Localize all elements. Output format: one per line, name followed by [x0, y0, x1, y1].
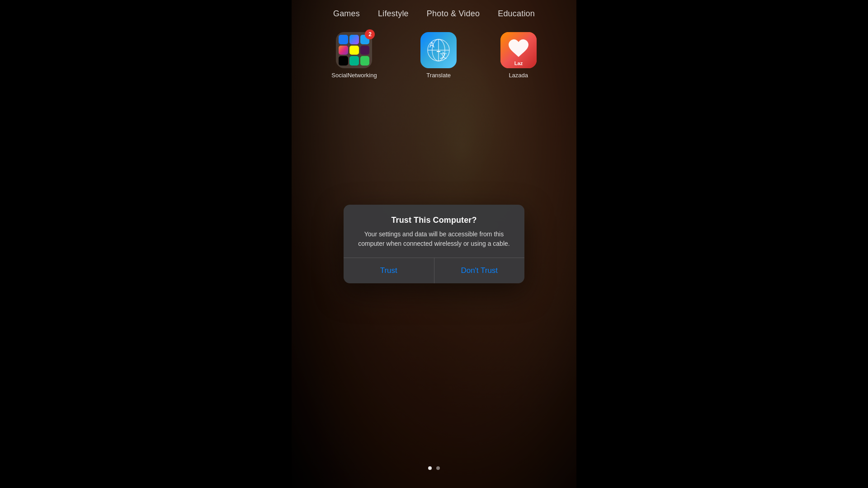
left-black-area [0, 0, 292, 488]
phone-screen: Games Lifestyle Photo & Video Education … [292, 0, 576, 488]
dialog-message: Your settings and data will be accessibl… [354, 230, 514, 249]
dialog-buttons: Trust Don't Trust [344, 258, 524, 283]
dialog-overlay: Trust This Computer? Your settings and d… [292, 0, 576, 488]
trust-button[interactable]: Trust [344, 258, 434, 283]
dont-trust-button[interactable]: Don't Trust [434, 258, 525, 283]
dialog-title: Trust This Computer? [354, 216, 514, 225]
phone-content: Games Lifestyle Photo & Video Education … [292, 0, 576, 488]
trust-dialog: Trust This Computer? Your settings and d… [344, 205, 524, 283]
right-black-area [576, 0, 868, 488]
dialog-content: Trust This Computer? Your settings and d… [344, 205, 524, 258]
